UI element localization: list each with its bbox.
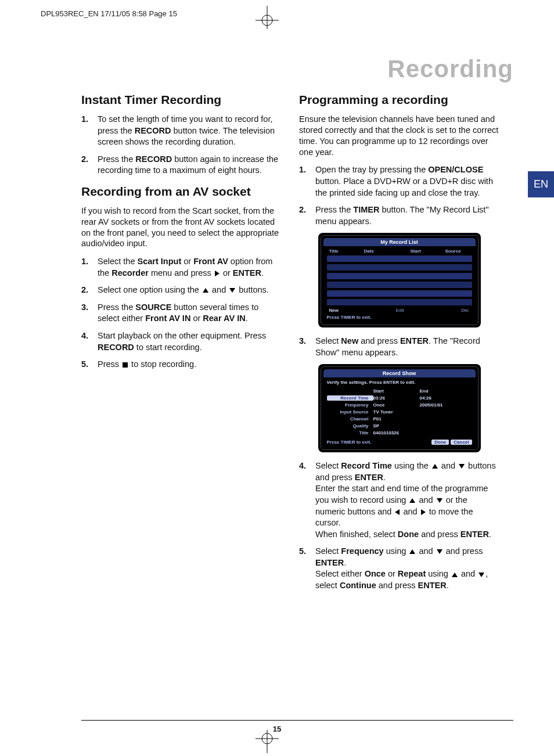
screen-inner: Record ShowVerify the settings. Press EN… <box>321 366 479 450</box>
programming-heading: Programming a recording <box>299 93 499 107</box>
arrow-right-icon <box>215 271 220 276</box>
screen-footer: NewEditDel. <box>327 308 472 313</box>
settings-value: SP <box>373 423 420 429</box>
list-number: 5. <box>299 546 315 591</box>
list-number: 2. <box>299 204 315 227</box>
settings-label: Channel <box>327 416 373 422</box>
list-number: 1. <box>81 114 98 148</box>
arrow-left-icon <box>395 509 400 515</box>
list-text: Select Record Time using the and buttons… <box>315 460 499 540</box>
list-number: 3. <box>299 336 315 358</box>
list-item: 2.Press the TIMER button. The "My Record… <box>299 204 499 227</box>
table-row <box>327 273 472 279</box>
list-number: 1. <box>81 256 98 279</box>
cancel-button: Cancel <box>451 440 472 445</box>
settings-row: Title0401010326 <box>327 429 472 436</box>
instant-timer-list: 1.To set the length of time you want to … <box>81 114 282 177</box>
stop-icon <box>123 362 128 368</box>
edit-option: Edit <box>396 308 404 313</box>
settings-row: QualitySP <box>327 422 472 429</box>
settings-head: StartEnd <box>327 387 472 394</box>
arrow-up-icon <box>409 549 415 554</box>
list-number: 5. <box>81 359 98 370</box>
list-text: Press the RECORD button again to increas… <box>98 154 282 177</box>
list-item: 2.Press the RECORD button again to incre… <box>81 154 282 177</box>
arrow-up-icon <box>409 498 415 503</box>
settings-label: Input Source <box>327 409 373 415</box>
list-item: 3.Press the SOURCE button several times … <box>81 302 282 325</box>
table-row <box>327 255 472 262</box>
settings-label: Frequency <box>327 402 373 408</box>
list-text: Press the TIMER button. The "My Record L… <box>315 204 499 227</box>
list-text: Press the SOURCE button several times to… <box>98 302 282 325</box>
left-column: Instant Timer Recording 1.To set the len… <box>81 93 282 708</box>
new-option: New <box>329 308 339 313</box>
settings-value: 0401010326 <box>373 430 420 435</box>
settings-label: Quality <box>327 423 373 429</box>
table-row <box>327 264 472 271</box>
page-title: Recording <box>387 55 513 83</box>
arrow-right-icon <box>421 509 426 515</box>
programming-intro: Ensure the television channels have been… <box>299 114 499 157</box>
verify-text: Verify the settings. Press ENTER to edit… <box>327 380 472 385</box>
screen-my-record-list: My Record ListTitleDateStartSourceNewEdi… <box>318 233 481 327</box>
crop-mark-top-icon <box>250 6 285 41</box>
columns: Instant Timer Recording 1.To set the len… <box>81 93 499 708</box>
arrow-up-icon <box>432 464 438 469</box>
end-head: End <box>420 388 455 394</box>
table-row <box>327 290 472 297</box>
screen-record-show: Record ShowVerify the settings. Press EN… <box>318 364 481 452</box>
list-number: 4. <box>81 330 98 353</box>
table-header: TitleDateStartSource <box>327 249 472 254</box>
list-text: Open the tray by pressing the OPEN/CLOSE… <box>315 164 499 199</box>
list-item: 4.Start playback on the other equipment.… <box>81 330 282 353</box>
footer-rule <box>81 720 513 721</box>
settings-value-2: 04:26 <box>420 395 455 401</box>
settings-row: Record Time03:2604:26 <box>327 394 472 401</box>
av-socket-intro: If you wish to record from the Scart soc… <box>81 206 282 249</box>
crop-mark-bottom-icon <box>250 718 285 753</box>
arrow-up-icon <box>452 573 458 577</box>
settings-value: TV Tuner <box>373 409 420 415</box>
screen-footer: Press TIMER to exit.DoneCancel <box>327 440 472 445</box>
settings-value: P01 <box>373 416 420 422</box>
screen-inner: My Record ListTitleDateStartSourceNewEdi… <box>321 235 479 325</box>
arrow-down-icon <box>479 573 484 577</box>
list-item: 1.Open the tray by pressing the OPEN/CLO… <box>299 164 499 199</box>
screen-title: My Record List <box>323 238 476 246</box>
settings-label: Title <box>327 430 373 435</box>
arrow-down-icon <box>437 549 443 554</box>
exit-text: Press TIMER to exit. <box>327 440 372 445</box>
programming-list: 1.Open the tray by pressing the OPEN/CLO… <box>299 164 499 591</box>
list-text: To set the length of time you want to re… <box>98 114 282 148</box>
list-item: 5.Press to stop recording. <box>81 359 282 370</box>
list-text: Select Frequency using and and press ENT… <box>315 546 499 591</box>
list-text: Press to stop recording. <box>98 359 282 370</box>
done-button: Done <box>431 440 449 445</box>
table-row <box>327 299 472 305</box>
screen-title: Record Show <box>323 369 476 377</box>
list-item: 1.Select the Scart Input or Front AV opt… <box>81 256 282 279</box>
list-item: 2.Select one option using the and button… <box>81 285 282 296</box>
settings-row: ChannelP01 <box>327 415 472 422</box>
settings-row: FrequencyOnce2005/01/01 <box>327 401 472 408</box>
list-number: 1. <box>299 164 315 199</box>
list-number: 3. <box>81 302 98 325</box>
list-text: Select one option using the and buttons. <box>98 285 282 296</box>
list-item: 3.Select New and press ENTER. The "Recor… <box>299 336 499 358</box>
settings-value-2: 2005/01/01 <box>420 402 455 408</box>
crop-header-text: DPL953REC_EN 17/11/05 8:58 Page 15 <box>41 9 177 18</box>
exit-text: Press TIMER to exit. <box>327 315 472 320</box>
list-text: Start playback on the other equipment. P… <box>98 330 282 353</box>
list-item: 1.To set the length of time you want to … <box>81 114 282 148</box>
list-item: 4.Select Record Time using the and butto… <box>299 460 499 540</box>
start-head: Start <box>373 388 420 394</box>
av-socket-heading: Recording from an AV socket <box>81 185 282 199</box>
list-item: 5.Select Frequency using and and press E… <box>299 546 499 591</box>
settings-value: Once <box>373 402 420 408</box>
av-socket-list: 1.Select the Scart Input or Front AV opt… <box>81 256 282 370</box>
settings-label: Record Time <box>327 395 373 401</box>
list-number: 4. <box>299 460 315 540</box>
list-text: Select the Scart Input or Front AV optio… <box>98 256 282 279</box>
del-option: Del. <box>461 308 469 313</box>
